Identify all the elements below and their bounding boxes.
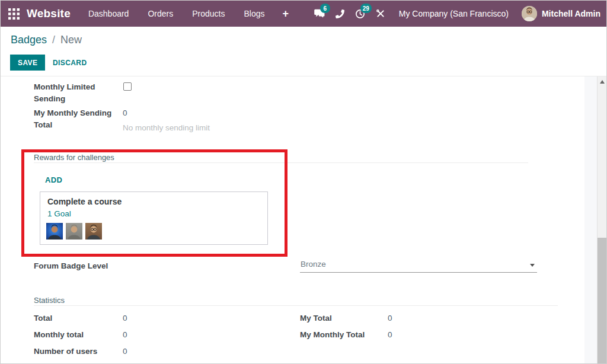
monthly-sending-limit-placeholder[interactable]: No monthly sending limit — [123, 122, 210, 134]
phone-button[interactable] — [330, 1, 350, 27]
stat-number-of-users-label: Number of users — [34, 346, 97, 357]
phone-icon — [336, 9, 344, 18]
stat-my-monthly-total-label: My Monthly Total — [300, 329, 365, 341]
forum-badge-level-value: Bronze — [301, 260, 326, 269]
stat-total-value: 0 — [123, 312, 127, 324]
vertical-scrollbar[interactable] — [597, 76, 607, 364]
user-avatar-brown — [85, 223, 102, 240]
activities-button[interactable]: 29 — [350, 1, 370, 27]
monthly-limited-sending-label: Monthly Limited Sending — [34, 81, 108, 105]
top-navbar: Website Dashboard Orders Products Blogs … — [1, 1, 607, 27]
apps-grid-icon — [8, 8, 20, 20]
save-button[interactable]: SAVE — [10, 55, 45, 71]
stat-monthly-total-value: 0 — [123, 329, 127, 341]
statistics-section-rule — [34, 305, 558, 306]
apps-menu-button[interactable] — [1, 1, 27, 27]
breadcrumb-separator: / — [52, 34, 55, 46]
messages-button[interactable]: 6 — [310, 1, 330, 27]
form-sheet: Monthly Limited Sending My Monthly Sendi… — [1, 76, 607, 364]
company-switcher[interactable]: My Company (San Francisco) — [399, 9, 509, 18]
monthly-limited-sending-checkbox[interactable] — [123, 82, 132, 91]
tools-icon — [376, 9, 385, 18]
odoo-window: Website Dashboard Orders Products Blogs … — [0, 0, 607, 364]
challenge-card[interactable]: Complete a course 1 Goal — [40, 191, 268, 245]
user-avatar — [522, 6, 537, 21]
user-name: Mitchell Admin — [542, 9, 600, 18]
breadcrumb: Badges / New — [11, 34, 82, 46]
breadcrumb-badges-link[interactable]: Badges — [11, 34, 47, 46]
stat-my-total-label: My Total — [300, 312, 332, 324]
add-challenge-link[interactable]: ADD — [45, 175, 62, 184]
forum-badge-level-label: Forum Badge Level — [34, 260, 108, 272]
stat-total-label: Total — [34, 312, 52, 324]
scrollbar-thumb[interactable] — [598, 238, 607, 364]
debug-tools-button[interactable] — [370, 1, 391, 27]
scroll-up-arrow-icon[interactable] — [600, 80, 605, 84]
nav-item-orders[interactable]: Orders — [148, 9, 173, 18]
monthly-sending-total-label: My Monthly Sending Total — [34, 107, 114, 131]
monthly-sending-total-value: 0 — [123, 107, 127, 119]
rewards-section-rule — [34, 162, 528, 163]
chevron-down-icon — [530, 264, 535, 267]
statistics-section-title: Statistics — [34, 296, 65, 305]
nav-item-blogs[interactable]: Blogs — [244, 9, 264, 18]
stat-my-monthly-total-value: 0 — [388, 329, 392, 341]
stat-monthly-total-label: Monthly total — [34, 329, 84, 341]
nav-item-products[interactable]: Products — [192, 9, 225, 18]
challenge-participants — [46, 223, 102, 240]
stat-number-of-users-value: 0 — [123, 346, 127, 357]
sheet-right-margin — [584, 76, 597, 364]
breadcrumb-current: New — [60, 34, 82, 46]
discard-button[interactable]: DISCARD — [48, 55, 91, 71]
app-brand[interactable]: Website — [27, 7, 71, 20]
challenge-goal-link[interactable]: 1 Goal — [47, 209, 71, 218]
control-panel: Badges / New SAVE DISCARD — [1, 27, 607, 76]
forum-badge-level-select[interactable]: Bronze — [300, 258, 537, 273]
systray: 6 29 — [310, 1, 607, 27]
user-menu[interactable]: Mitchell Admin — [522, 6, 600, 21]
new-content-plus-button[interactable]: + — [282, 8, 289, 20]
rewards-section-title: Rewards for challenges — [34, 153, 114, 162]
nav-item-dashboard[interactable]: Dashboard — [88, 9, 129, 18]
messages-count-badge: 6 — [320, 4, 330, 13]
nav-menu: Dashboard Orders Products Blogs — [88, 9, 265, 18]
challenge-name: Complete a course — [47, 197, 122, 206]
user-avatar-gray — [66, 223, 82, 240]
stat-my-total-value: 0 — [388, 312, 392, 324]
user-avatar-blue — [46, 223, 63, 240]
